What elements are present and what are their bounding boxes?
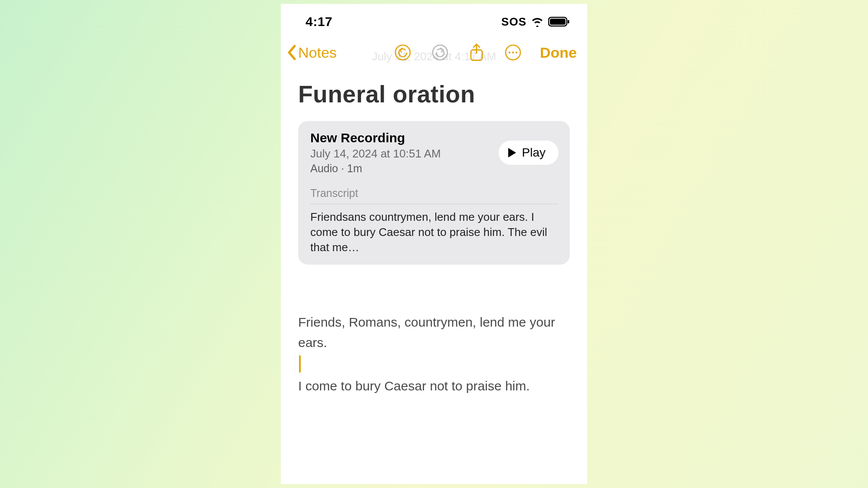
note-content: Funeral oration New Recording July 14, 2… [281, 80, 587, 396]
status-time: 4:17 [306, 14, 332, 29]
svg-point-7 [509, 52, 510, 53]
svg-point-9 [516, 52, 517, 53]
svg-point-4 [433, 45, 447, 60]
status-right: SOS [501, 15, 570, 29]
chevron-left-icon [286, 44, 298, 61]
undo-button[interactable] [394, 44, 411, 61]
recording-meta: Audio · 1m [310, 162, 492, 175]
svg-point-3 [395, 45, 410, 60]
recording-date: July 14, 2024 at 10:51 AM [310, 147, 492, 160]
svg-point-8 [512, 52, 514, 53]
more-button[interactable] [504, 44, 522, 61]
note-title[interactable]: Funeral oration [298, 80, 570, 108]
wifi-icon [531, 16, 544, 27]
note-paragraph[interactable]: Friends, Romans, countrymen, lend me you… [298, 312, 570, 353]
phone-screen: 4:17 SOS N [281, 4, 587, 484]
transcript-preview[interactable]: Friendsans countrymen, lend me your ears… [310, 210, 559, 255]
done-button[interactable]: Done [540, 44, 577, 61]
transcript-label: Transcript [310, 187, 559, 204]
note-body[interactable]: Friends, Romans, countrymen, lend me you… [298, 312, 570, 396]
recording-header: New Recording July 14, 2024 at 10:51 AM … [310, 131, 559, 175]
redo-button[interactable] [431, 44, 449, 61]
status-bar: 4:17 SOS [281, 4, 587, 35]
battery-icon [548, 16, 570, 27]
svg-rect-1 [550, 19, 566, 25]
note-paragraph[interactable]: I come to bury Caesar not to praise him. [298, 376, 570, 396]
recording-info: New Recording July 14, 2024 at 10:51 AM … [310, 131, 492, 175]
text-cursor [299, 355, 301, 373]
share-button[interactable] [469, 43, 484, 62]
back-button[interactable]: Notes [286, 44, 337, 61]
nav-bar: Notes [281, 35, 587, 70]
play-label: Play [522, 146, 546, 160]
back-label: Notes [298, 44, 337, 61]
recording-card[interactable]: New Recording July 14, 2024 at 10:51 AM … [298, 121, 570, 265]
nav-icons [394, 43, 522, 62]
recording-title: New Recording [310, 131, 492, 145]
play-button[interactable]: Play [499, 141, 559, 165]
play-icon [508, 148, 516, 157]
cursor-line [298, 354, 570, 373]
sos-indicator: SOS [501, 15, 526, 29]
svg-rect-2 [568, 20, 569, 23]
